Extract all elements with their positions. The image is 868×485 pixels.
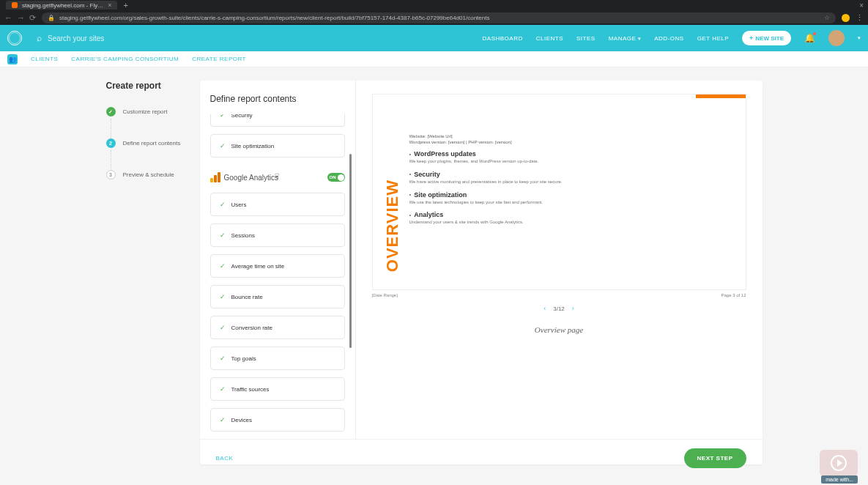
profile-badge[interactable] <box>842 14 850 22</box>
forward-arrow-icon[interactable]: → <box>17 13 25 23</box>
url-text: staging.getflywheel.com/org/sales-growth… <box>59 15 489 21</box>
pager-position: 3/12 <box>553 306 565 312</box>
app-header: ⌕ DASHBOARD CLIENTS SITES MANAGE ADD-ONS… <box>0 25 868 51</box>
nav-gethelp[interactable]: GET HELP <box>697 35 729 42</box>
preview-column: OVERVIEW Website: [Website Url] Wordpres… <box>356 81 763 439</box>
step-number: 3 <box>106 170 116 179</box>
pv-wordpress-updates: WordPress updates <box>409 150 735 158</box>
check-icon: ✓ <box>220 201 226 208</box>
pv-analytics: Analytics <box>409 211 735 218</box>
cursor-icon: ☟ <box>275 172 279 180</box>
nav-dashboard[interactable]: DASHBOARD <box>483 35 523 42</box>
new-site-button[interactable]: +NEW SITE <box>742 31 791 45</box>
browser-menu-icon[interactable]: ⋮ <box>856 13 864 23</box>
lock-icon: 🔒 <box>48 15 55 21</box>
check-icon: ✓ <box>220 416 226 423</box>
browser-tab[interactable]: staging.getflywheel.com - Fly… × <box>6 1 117 10</box>
pager-prev-icon[interactable]: ‹ <box>544 305 546 312</box>
breadcrumb-clients[interactable]: CLIENTS <box>31 56 58 62</box>
bookmark-star-icon[interactable]: ☆ <box>824 14 830 21</box>
flywheel-logo[interactable] <box>7 31 22 45</box>
steps-sidebar: Create report ✓ Customize report 2 Defin… <box>106 81 200 464</box>
meta-versions: Wordpress version: [version] | PHP versi… <box>409 140 735 144</box>
ga-toggle[interactable]: ON <box>327 173 345 182</box>
check-icon: ✓ <box>220 262 226 270</box>
step-check-icon: ✓ <box>106 107 116 116</box>
preview-page: OVERVIEW Website: [Website Url] Wordpres… <box>372 94 746 290</box>
nav-sites[interactable]: SITES <box>576 35 596 42</box>
preview-caption: Overview page <box>372 325 746 334</box>
breadcrumb-icon: 👥 <box>7 54 18 64</box>
google-analytics-icon <box>210 172 220 182</box>
breadcrumb: 👥 CLIENTS CARRIE'S CAMPING CONSORTIUM CR… <box>0 51 868 67</box>
pv-security: Security <box>409 171 735 178</box>
pager-next-icon[interactable]: › <box>572 305 574 312</box>
pager: ‹ 3/12 › <box>372 305 746 312</box>
reload-icon[interactable]: ⟳ <box>29 13 36 23</box>
tab-title: staging.getflywheel.com - Fly… <box>22 2 103 9</box>
nav-clients[interactable]: CLIENTS <box>536 35 563 42</box>
content-definition-column: Define report contents ✓ Security ✓ Site… <box>200 81 356 439</box>
meta-website: Website: [Website Url] <box>409 134 735 138</box>
nav-manage[interactable]: MANAGE <box>609 35 642 42</box>
plus-icon: + <box>749 34 753 42</box>
date-range: [Date Range] <box>372 293 398 297</box>
option-users[interactable]: ✓Users <box>210 193 345 216</box>
nav-addons[interactable]: ADD-ONS <box>654 35 683 42</box>
breadcrumb-create-report[interactable]: CREATE REPORT <box>192 56 246 62</box>
step-number: 2 <box>106 138 116 148</box>
address-bar[interactable]: 🔒 staging.getflywheel.com/org/sales-grow… <box>42 12 836 23</box>
page-title: Create report <box>106 81 200 91</box>
check-icon: ✓ <box>220 232 226 239</box>
made-with-badge[interactable]: made with... <box>821 475 858 484</box>
play-icon <box>831 455 847 471</box>
next-step-button[interactable]: NEXT STEP <box>684 448 746 468</box>
search-input[interactable] <box>48 34 194 42</box>
check-icon: ✓ <box>220 293 226 300</box>
notifications-icon[interactable]: 🔔 <box>804 33 815 43</box>
back-arrow-icon[interactable]: ← <box>4 13 12 23</box>
breadcrumb-client-name[interactable]: CARRIE'S CAMPING CONSORTIUM <box>71 56 179 62</box>
avatar[interactable] <box>828 30 845 46</box>
option-traffic-sources[interactable]: ✓Traffic sources <box>210 377 345 401</box>
browser-chrome: staging.getflywheel.com - Fly… × + × ← →… <box>0 0 868 25</box>
scrollbar[interactable] <box>349 154 352 348</box>
section-title: Define report contents <box>200 94 355 104</box>
search-icon: ⌕ <box>37 33 42 43</box>
close-tab-icon[interactable]: × <box>108 1 111 9</box>
option-conversion-rate[interactable]: ✓Conversion rate <box>210 316 345 339</box>
option-devices[interactable]: ✓Devices <box>210 408 345 432</box>
browser-close-icon[interactable]: × <box>859 1 864 10</box>
overview-vertical-label: OVERVIEW <box>383 179 402 272</box>
option-avg-time[interactable]: ✓Average time on site <box>210 254 345 278</box>
option-sessions[interactable]: ✓Sessions <box>210 223 345 247</box>
step-preview[interactable]: 3 Preview & schedule <box>106 170 200 179</box>
check-icon: ✓ <box>220 324 226 331</box>
option-top-goals[interactable]: ✓Top goals <box>210 347 345 370</box>
option-security[interactable]: ✓ Security <box>210 114 345 127</box>
step-customize[interactable]: ✓ Customize report <box>106 107 200 116</box>
option-site-optimization[interactable]: ✓ Site optimization <box>210 134 345 158</box>
check-icon: ✓ <box>220 142 226 149</box>
check-icon: ✓ <box>220 355 226 362</box>
check-icon: ✓ <box>220 385 226 393</box>
pv-site-optimization: Site optimization <box>409 191 735 199</box>
google-analytics-label: Google Analytics <box>210 172 279 182</box>
step-define-contents[interactable]: 2 Define report contents <box>106 138 200 148</box>
report-panel: Define report contents ✓ Security ✓ Site… <box>200 81 763 464</box>
back-button[interactable]: BACK <box>216 455 234 462</box>
favicon <box>12 2 18 8</box>
option-bounce-rate[interactable]: ✓Bounce rate <box>210 285 345 308</box>
check-icon: ✓ <box>220 114 226 119</box>
avatar-dropdown-icon[interactable]: ▾ <box>858 35 861 41</box>
page-indicator: Page 3 of 12 <box>721 293 746 297</box>
new-tab-button[interactable]: + <box>123 1 127 10</box>
video-widget[interactable] <box>820 450 858 476</box>
accent-bar <box>696 95 746 98</box>
